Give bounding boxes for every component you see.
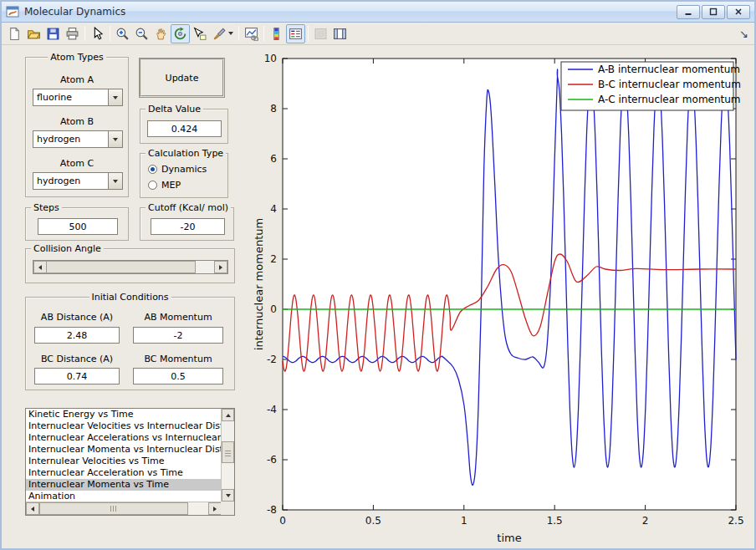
scroll-down-button[interactable] <box>222 489 234 502</box>
content-area: Atom Types Atom A fluorine Atom B hydrog… <box>2 45 754 548</box>
close-button[interactable] <box>727 5 750 19</box>
toolbar-save-button[interactable] <box>43 24 63 43</box>
slider-thumb[interactable] <box>47 261 196 273</box>
toolbar-edit-plot-button[interactable] <box>88 24 107 43</box>
data-cursor-icon <box>192 27 207 41</box>
scroll-up-button[interactable] <box>222 409 234 421</box>
ab-momentum-label: AB Momentum <box>133 312 223 323</box>
left-panel: Atom Types Atom A fluorine Atom B hydrog… <box>2 45 253 548</box>
atom-a-dropdown[interactable]: fluorine <box>33 89 123 106</box>
y-tick-label: -8 <box>267 504 277 516</box>
minimize-icon <box>684 8 692 16</box>
toolbar-insert-legend-button[interactable] <box>286 24 305 43</box>
update-button[interactable]: Update <box>140 59 224 97</box>
list-item[interactable]: Internuclear Momenta vs Internuclear Dis… <box>26 444 221 456</box>
right-arrow-icon <box>213 507 217 512</box>
y-tick-label: 2 <box>270 253 277 265</box>
legend-icon <box>289 27 303 41</box>
toolbar-print-button[interactable] <box>63 24 82 43</box>
vertical-scroll-thumb[interactable] <box>222 441 234 463</box>
y-tick-label: 8 <box>270 103 277 115</box>
toolbar-pan-button[interactable] <box>151 24 171 43</box>
scroll-right-button[interactable] <box>208 502 222 515</box>
radio-dynamics-label: Dynamics <box>161 164 207 175</box>
atom-c-value: hydrogen <box>33 173 108 189</box>
plot-area[interactable] <box>283 59 736 510</box>
slider-right-arrow[interactable] <box>214 261 227 273</box>
save-floppy-icon <box>46 27 60 41</box>
rotate-3d-icon <box>173 27 187 41</box>
dropdown-arrow-icon[interactable] <box>108 131 122 147</box>
slider-left-arrow[interactable] <box>33 261 47 273</box>
toolbar-brush-button[interactable] <box>209 24 236 43</box>
toolbar-separator <box>110 26 110 41</box>
horizontal-scroll-track[interactable] <box>188 502 208 515</box>
horizontal-scroll-thumb[interactable] <box>39 502 188 515</box>
cutoff-input[interactable] <box>151 218 225 235</box>
list-item[interactable]: Internuclear Velocities vs Internuclear … <box>26 420 221 432</box>
delta-value-input[interactable] <box>147 120 222 137</box>
brush-dropdown-caret-icon[interactable] <box>228 32 233 35</box>
ab-distance-label: AB Distance (A) <box>34 312 120 323</box>
radio-dynamics[interactable]: Dynamics <box>148 164 207 175</box>
radio-mep[interactable]: MEP <box>148 180 181 191</box>
close-icon <box>734 8 743 16</box>
list-item[interactable]: Kinetic Energy vs Time <box>26 409 221 420</box>
toolbar-show-plot-tools-button[interactable] <box>330 24 350 43</box>
list-item[interactable]: Internuclear Acceleration vs Time <box>26 467 221 479</box>
toolbar-separator <box>238 26 239 41</box>
window-controls <box>677 5 750 19</box>
steps-input[interactable] <box>38 218 118 235</box>
left-arrow-icon <box>31 507 34 512</box>
listbox-horizontal-scrollbar[interactable] <box>26 502 222 515</box>
minimize-button[interactable] <box>677 5 700 19</box>
listbox-vertical-scrollbar[interactable] <box>221 409 234 502</box>
dropdown-arrow-icon[interactable] <box>108 89 122 105</box>
toolbar-zoom-in-button[interactable] <box>113 24 132 43</box>
delta-value-title: Delta Value <box>146 104 203 115</box>
maximize-button[interactable] <box>702 5 725 19</box>
atom-a-label: Atom A <box>26 74 128 85</box>
dropdown-arrow-icon[interactable] <box>108 173 122 189</box>
bc-momentum-input[interactable] <box>133 368 223 384</box>
bc-distance-input[interactable] <box>34 368 120 384</box>
scroll-left-button[interactable] <box>26 502 39 515</box>
toolbar-new-button[interactable] <box>5 24 24 43</box>
toolbar-data-cursor-button[interactable] <box>190 24 209 43</box>
atom-b-dropdown[interactable]: hydrogen <box>33 130 123 148</box>
atom-types-panel: Atom Types Atom A fluorine Atom B hydrog… <box>25 57 129 197</box>
list-item[interactable]: Internuclear Momenta vs Time <box>26 479 221 491</box>
list-item[interactable]: Internulear Velocities vs Time <box>26 456 221 467</box>
window-title: Molecular Dynamics <box>24 6 677 18</box>
toolbar-insert-colorbar-button[interactable] <box>267 24 286 43</box>
list-item[interactable]: Animation <box>26 491 221 502</box>
new-document-icon <box>8 27 22 41</box>
x-axis-label: time <box>497 532 521 544</box>
titlebar: Molecular Dynamics <box>2 2 754 23</box>
x-tick-label: 2 <box>642 515 649 527</box>
dock-arrow-icon[interactable]: ↘ <box>739 28 751 39</box>
listbox-items: Kinetic Energy vs TimeInternuclear Veloc… <box>26 409 221 502</box>
list-item[interactable]: Internuclear Accelerations vs Internucle… <box>26 432 221 444</box>
collision-angle-slider[interactable] <box>33 260 228 274</box>
scrollbar-corner <box>221 502 234 515</box>
pointer-arrow-icon <box>90 27 105 41</box>
ab-distance-input[interactable] <box>34 327 120 344</box>
toolbar-open-button[interactable] <box>24 24 43 43</box>
ab-momentum-input[interactable] <box>133 327 223 344</box>
plot-type-listbox[interactable]: Kinetic Energy vs TimeInternuclear Veloc… <box>25 408 235 516</box>
bc-distance-label: BC Distance (A) <box>34 354 120 364</box>
slider-track[interactable] <box>196 261 214 273</box>
down-arrow-icon <box>226 494 231 497</box>
toolbar-rotate-3d-button[interactable] <box>171 24 190 43</box>
x-tick-label: 1 <box>461 515 467 527</box>
atom-c-dropdown[interactable]: hydrogen <box>33 172 123 190</box>
cutoff-panel: Cutoff (Kcal/ mol) <box>140 207 234 241</box>
toolbar-separator <box>308 26 309 41</box>
toolbar-hide-plot-tools-button[interactable] <box>311 24 330 43</box>
legend-label: B-C internuclear momentum <box>598 79 741 90</box>
calculation-type-panel: Calculation Type Dynamics MEP <box>140 153 228 198</box>
toolbar-zoom-out-button[interactable] <box>132 24 151 43</box>
right-arrow-icon <box>219 265 222 270</box>
toolbar-link-plot-button[interactable] <box>242 24 261 43</box>
